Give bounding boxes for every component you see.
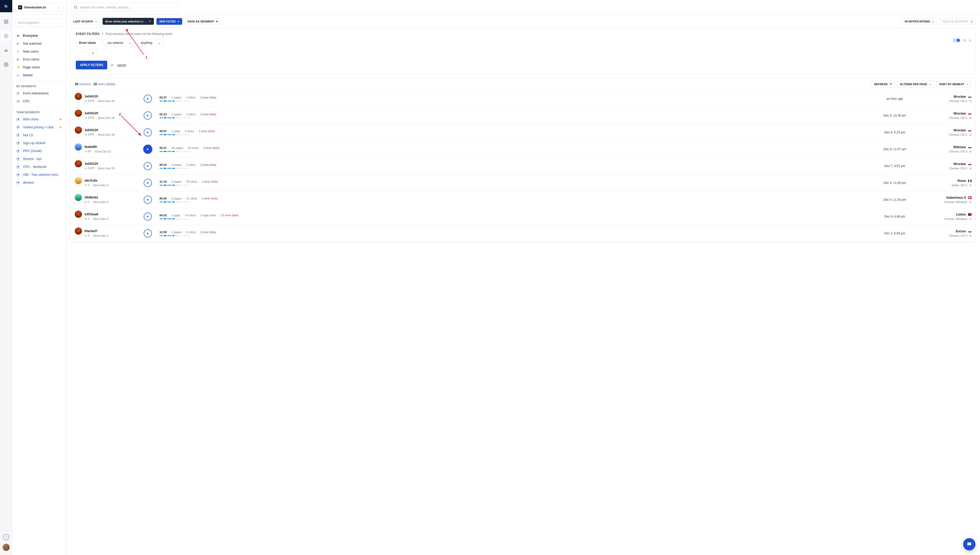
sidebar-item-label: Not watched: [23, 42, 41, 45]
star-outline-icon[interactable]: ☆: [77, 117, 80, 121]
site-selector[interactable]: ls livesession.io ⌄: [15, 3, 63, 12]
sort-select[interactable]: SORT BY NEWEST⌄: [937, 80, 972, 88]
flag-icon: [968, 146, 972, 148]
session-row[interactable]: ☆1e044120▭ 1478|Since Dec 2802:13|2 page…: [71, 107, 976, 124]
sidebar-item-label: Form interactions: [23, 91, 48, 95]
star-outline-icon[interactable]: ☆: [77, 184, 80, 188]
segment-icon: ☺: [16, 50, 21, 53]
segment-icon: ◔: [16, 141, 21, 145]
play-button[interactable]: [144, 196, 152, 204]
save-segment-button[interactable]: SAVE AS SEGMENT: [185, 18, 221, 25]
sidebar-item[interactable]: ☺New users: [12, 47, 66, 55]
apply-filters-button[interactable]: APPLY FILTERS: [76, 61, 107, 69]
sidebar-item-label: Source - cpc: [23, 157, 42, 161]
session-row[interactable]: ☆e6cf1c8e▭ 3|Since Dec 411:14|5 pages|28…: [71, 175, 976, 191]
segment-icon: ◔: [16, 133, 21, 137]
sidebar-item-label: Everyone: [23, 34, 38, 37]
sidebar-item[interactable]: ◔A/B - Two columns hero: [12, 171, 66, 178]
copy-icon[interactable]: ⧉: [963, 38, 966, 42]
sidebar-item[interactable]: ◔Visited pricing + click★: [12, 123, 66, 131]
star-outline-icon[interactable]: ☆: [77, 101, 80, 104]
monitor-icon: 🖥: [969, 133, 972, 136]
monitor-icon: 🖥: [969, 99, 972, 103]
filter-toggle[interactable]: [953, 38, 960, 42]
svg-point-9: [5, 64, 6, 65]
dot-icon: [216, 21, 218, 22]
session-row[interactable]: ☆1e044120▭ 1478|Since Dec 2800:24|2 page…: [71, 158, 976, 175]
session-time: Dec 4, 11:30 pm: [873, 198, 916, 202]
add-filter-button[interactable]: ADD FILTER+: [156, 18, 182, 25]
session-row[interactable]: ☆1e044120▭ 1478|Since Dec 2803:27|2 page…: [71, 90, 976, 107]
monitor-icon: 🖥: [969, 167, 972, 170]
session-row[interactable]: ☆e351baa6▭ 1|Since Dec 404:53|1 page|14 …: [71, 208, 976, 225]
active-filter-chip[interactable]: Error clicks (css selector) on ... ✕: [103, 18, 154, 25]
play-button[interactable]: [143, 144, 153, 154]
delete-segment-button: DELETE SEGMENT🗑: [940, 18, 976, 25]
items-per-page-select[interactable]: 10 ITEMS PER PAGE⌄: [897, 80, 934, 88]
segment-icon: ◔: [16, 125, 21, 129]
play-button[interactable]: [144, 95, 152, 103]
sidebar-item[interactable]: ◔Sign up clicked: [12, 139, 66, 147]
cancel-link[interactable]: cancel: [117, 63, 126, 67]
star-outline-icon[interactable]: ☆: [77, 134, 80, 138]
sidebar-item[interactable]: ◔Source - cpc: [12, 155, 66, 163]
filter-attribute-select[interactable]: css selector⌄: [104, 39, 135, 47]
sidebar-item[interactable]: ◔Not LS: [12, 131, 66, 139]
annotation-1: 1: [145, 55, 148, 59]
star-outline-icon[interactable]: ☆: [77, 235, 80, 239]
sidebar-item[interactable]: ◔PPC (Gmail): [12, 147, 66, 155]
sidebar-item[interactable]: ◔With clicks★: [12, 115, 66, 123]
close-icon[interactable]: ✕: [969, 38, 972, 42]
nav-settings-icon[interactable]: [1, 60, 11, 69]
nav-dashboard-icon[interactable]: [1, 17, 11, 27]
help-icon[interactable]: ?: [3, 534, 9, 540]
sidebar-item[interactable]: ⊗Error clicks: [12, 55, 66, 63]
add-condition-button[interactable]: +: [89, 50, 97, 57]
sidebar-item[interactable]: ⊘Not watched: [12, 40, 66, 47]
play-button[interactable]: [144, 179, 152, 187]
nav-analytics-icon[interactable]: [1, 45, 11, 55]
star-outline-icon[interactable]: ☆: [77, 151, 80, 155]
sidebar-item[interactable]: ☻Everyone: [12, 32, 66, 40]
activity-bars: [159, 184, 869, 186]
star-outline-icon[interactable]: ☆: [77, 202, 80, 205]
close-icon[interactable]: ✕: [149, 20, 151, 23]
sidebar-item[interactable]: ◔CPC - facebook: [12, 163, 66, 171]
chevron-down-icon: ⌄: [929, 82, 932, 86]
play-button[interactable]: [144, 111, 152, 120]
chevron-down-icon: ⌄: [967, 82, 969, 86]
in-notifications-button[interactable]: IN NOTIFICATIONS⌄: [902, 18, 937, 25]
chevron-down-icon: ⌄: [129, 41, 132, 45]
segment-search-input[interactable]: Go to segment...: [15, 18, 63, 27]
svg-marker-16: [147, 148, 149, 150]
intercom-chat-button[interactable]: [963, 538, 975, 550]
session-row[interactable]: ☆fba9e9f0▭ 55|Since Oct 2259:27|45 pages…: [71, 141, 976, 158]
star-outline-icon[interactable]: ☆: [77, 168, 80, 172]
play-button[interactable]: [144, 162, 152, 170]
app-logo[interactable]: ls: [0, 0, 12, 12]
filter-event-select[interactable]: Error clicks: [76, 39, 101, 47]
flag-icon: [968, 180, 972, 182]
user-avatar[interactable]: [3, 544, 10, 551]
play-button[interactable]: [144, 229, 152, 237]
sidebar-item[interactable]: ▭Mobile: [12, 71, 66, 79]
session-row[interactable]: ☆1e044120▭ 1478|Since Dec 2800:07|1 page…: [71, 124, 976, 141]
session-row[interactable]: ☆0fac0a37▭ 3|Since Dec 312:00|2 pages|6 …: [71, 225, 976, 242]
activity-bars: [159, 168, 869, 169]
sidebar-item[interactable]: ⚡Rage clicks: [12, 63, 66, 71]
sidebar-item[interactable]: ◔Form interactions: [12, 89, 66, 97]
daterange-filter[interactable]: LAST 30 DAYS⌄: [71, 18, 100, 25]
global-search-input[interactable]: Search for users, events, actions...: [71, 3, 178, 12]
segment-icon: ⊘: [16, 42, 21, 45]
refresh-button[interactable]: REFRESH⟳: [872, 80, 895, 88]
play-button[interactable]: [144, 212, 152, 221]
filter-condition-select[interactable]: anything⌄: [137, 39, 164, 47]
sidebar-item[interactable]: ◔devtool: [12, 178, 66, 186]
nav-sessions-icon[interactable]: [1, 31, 11, 41]
sidebar-item[interactable]: ◔CPC: [12, 97, 66, 105]
user-avatar: [75, 228, 82, 235]
session-row[interactable]: ☆29d8e4a1▭ 1|Since Dec 406:06|6 pages|11…: [71, 191, 976, 208]
star-outline-icon[interactable]: ☆: [77, 218, 80, 222]
play-button[interactable]: [144, 128, 152, 136]
show-users-link[interactable]: show: [107, 82, 114, 86]
